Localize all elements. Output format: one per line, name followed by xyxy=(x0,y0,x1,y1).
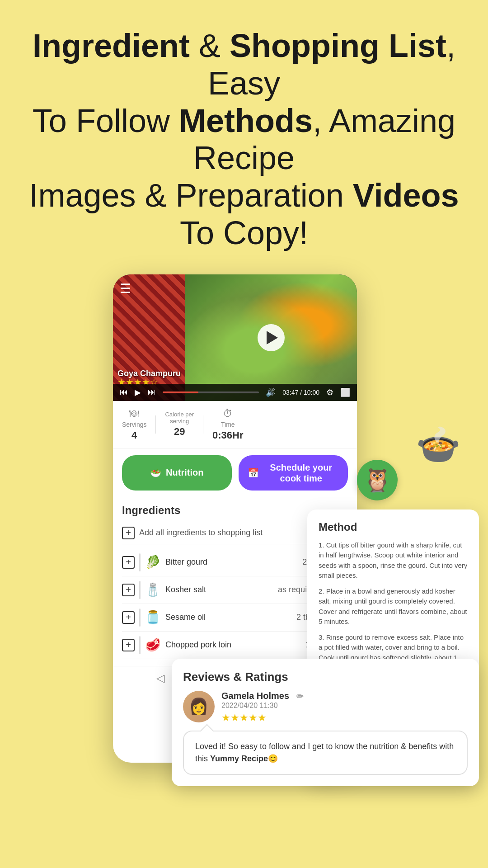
ing-divider-3 xyxy=(139,636,141,654)
title-videos: Videos xyxy=(353,177,459,213)
video-player: ☰ Goya Champuru ★★★★☆ ⏮ ▶ ⏭ 🔊 03:47 / 10… xyxy=(113,274,357,401)
nutrition-label: Nutrition xyxy=(166,467,203,478)
edit-icon[interactable]: ✏ xyxy=(296,691,304,702)
add-all-plus-icon: + xyxy=(122,527,135,539)
ing-divider-1 xyxy=(139,581,141,599)
progress-fill xyxy=(163,392,198,393)
reviews-title: Reviews & Ratings xyxy=(183,670,468,684)
add-all-text: Add all ingredients to shopping list xyxy=(139,528,263,538)
calendar-icon: 📅 xyxy=(248,467,259,478)
ing-add-icon-2[interactable]: + xyxy=(122,611,135,624)
method-step-1: 1. Cut tips off bitter gourd with a shar… xyxy=(319,540,468,581)
calorie-info: Calorie perserving 29 xyxy=(165,411,194,438)
ing-name-3: Chopped pork loin xyxy=(165,640,301,650)
ing-add-icon-0[interactable]: + xyxy=(122,556,135,569)
reviewer-info: Gamela Holmes ✏ 2022/04/20 11:30 ★★★★★ xyxy=(221,691,468,724)
page-wrapper: Ingredient & Shopping List, EasyTo Follo… xyxy=(0,0,488,868)
ing-icon-1: 🧂 xyxy=(145,582,161,597)
header-title: Ingredient & Shopping List, EasyTo Follo… xyxy=(27,27,461,252)
owl-decoration: 🦉 xyxy=(357,460,398,500)
skip-forward-icon[interactable]: ⏭ xyxy=(148,387,156,397)
ing-divider-2 xyxy=(139,609,141,627)
servings-icon: 🍽 xyxy=(129,408,139,420)
ing-icon-2: 🫙 xyxy=(145,610,161,625)
header-section: Ingredient & Shopping List, EasyTo Follo… xyxy=(0,0,488,265)
schedule-button[interactable]: 📅 Schedule your cook time xyxy=(239,455,348,491)
divider-1 xyxy=(155,415,156,434)
time-display: 03:47 / 10:00 xyxy=(282,389,319,396)
servings-value: 4 xyxy=(131,429,137,441)
servings-label: Servings xyxy=(122,421,146,428)
ing-divider-0 xyxy=(139,553,141,571)
play-pause-icon[interactable]: ▶ xyxy=(135,387,141,397)
video-thumbnail-right xyxy=(185,274,357,401)
play-button[interactable] xyxy=(258,324,285,351)
reviewer-date: 2022/04/20 11:30 xyxy=(221,702,468,710)
progress-bar[interactable] xyxy=(163,392,259,393)
ing-name-2: Sesame oil xyxy=(165,613,292,622)
reviewer-name: Gamela Holmes xyxy=(221,691,289,701)
review-emoji: 😊 xyxy=(268,754,278,763)
play-icon xyxy=(267,331,278,344)
ing-icon-0: 🥬 xyxy=(145,555,161,570)
hamburger-menu-icon[interactable]: ☰ xyxy=(120,281,131,296)
ing-name-0: Bitter gourd xyxy=(165,557,298,567)
schedule-label: Schedule your cook time xyxy=(263,462,339,484)
ing-name-1: Kosher salt xyxy=(165,585,273,594)
volume-icon[interactable]: 🔊 xyxy=(266,387,276,397)
title-and: & xyxy=(190,28,230,64)
reviewer-avatar-img: 👩 xyxy=(183,691,215,722)
time-value: 0:36Hr xyxy=(212,429,243,441)
servings-info: 🍽 Servings 4 xyxy=(122,408,146,441)
fullscreen-icon[interactable]: ⬜ xyxy=(340,387,350,397)
method-title: Method xyxy=(319,521,468,533)
reviewer-row: 👩 Gamela Holmes ✏ 2022/04/20 11:30 ★★★★★ xyxy=(183,691,468,724)
method-step-2: 2. Place in a bowl and generously add ko… xyxy=(319,586,468,627)
ing-icon-3: 🥩 xyxy=(145,637,161,652)
action-buttons: 🥗 Nutrition 📅 Schedule your cook time xyxy=(113,448,357,497)
settings-icon[interactable]: ⚙ xyxy=(326,387,333,397)
divider-2 xyxy=(203,415,203,434)
time-icon: ⏱ xyxy=(223,408,233,420)
calorie-value: 29 xyxy=(174,426,185,438)
skip-back-icon[interactable]: ⏮ xyxy=(120,387,128,397)
content-area: ☰ Goya Champuru ★★★★☆ ⏮ ▶ ⏭ 🔊 03:47 / 10… xyxy=(0,265,488,868)
title-ingredient: Ingredient xyxy=(33,28,190,64)
title-methods: Methods xyxy=(179,103,313,139)
title-tocopy: To Copy! xyxy=(180,215,308,251)
back-nav-icon[interactable]: ◁ xyxy=(156,672,164,684)
pot-decoration: 🍲 xyxy=(416,424,461,466)
reviews-card: Reviews & Ratings 👩 Gamela Holmes ✏ 2022… xyxy=(172,659,479,786)
calorie-label: Calorie perserving xyxy=(165,411,194,425)
time-label: Time xyxy=(221,421,235,428)
nutrition-icon: 🥗 xyxy=(150,467,161,478)
review-bubble: Loved it! So easy to follow and I get to… xyxy=(183,731,468,775)
ing-add-icon-3[interactable]: + xyxy=(122,639,135,651)
nutrition-button[interactable]: 🥗 Nutrition xyxy=(122,455,232,491)
owl-icon: 🦉 xyxy=(357,460,398,500)
ing-add-icon-1[interactable]: + xyxy=(122,584,135,596)
title-shopping: Shopping List xyxy=(230,28,446,64)
pot-icon: 🍲 xyxy=(416,425,461,465)
recipe-info-bar: 🍽 Servings 4 Calorie perserving 29 ⏱ Tim… xyxy=(113,401,357,448)
reviewer-avatar: 👩 xyxy=(183,691,215,722)
review-bold: Yummy Recipe xyxy=(210,754,268,763)
reviewer-stars: ★★★★★ xyxy=(221,712,468,724)
video-controls: ⏮ ▶ ⏭ 🔊 03:47 / 10:00 ⚙ ⬜ xyxy=(113,384,357,401)
time-info: ⏱ Time 0:36Hr xyxy=(212,408,243,441)
